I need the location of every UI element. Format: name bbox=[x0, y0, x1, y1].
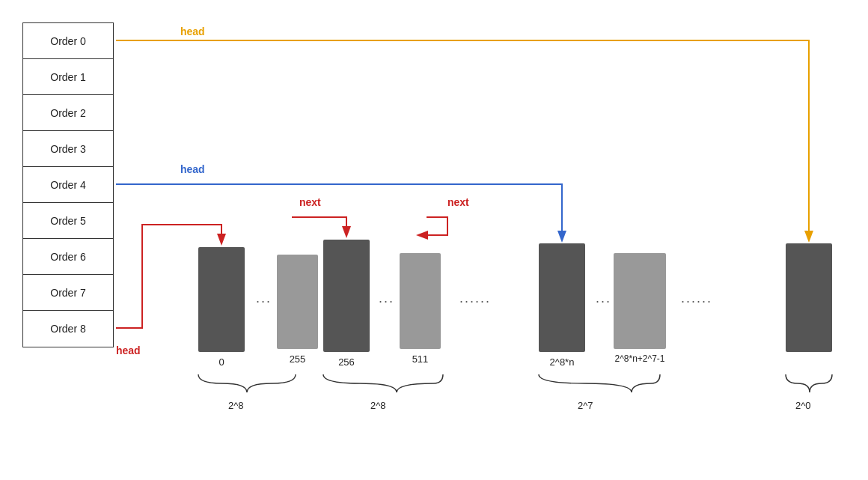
head-label-red: head bbox=[116, 344, 141, 356]
bar-label-n2: 2^8*n+2^7-1 bbox=[615, 353, 665, 364]
order-0: Order 0 bbox=[23, 23, 113, 59]
dots-3: ...... bbox=[459, 291, 491, 306]
brace-label-2: 2^8 bbox=[370, 400, 386, 411]
order-4: Order 4 bbox=[23, 167, 113, 203]
order-1: Order 1 bbox=[23, 59, 113, 95]
head-label-orange: head bbox=[180, 25, 205, 37]
bar-256 bbox=[323, 240, 370, 352]
bar-group-n2: 2^8*n+2^7-1 bbox=[614, 253, 666, 364]
bar-511 bbox=[400, 253, 441, 349]
brace-label-1: 2^8 bbox=[228, 400, 244, 411]
bar-group-n: 2^8*n bbox=[539, 243, 585, 368]
dots-4: ... bbox=[596, 291, 611, 306]
bar-group-511: 511 bbox=[400, 253, 441, 365]
bar-label-511: 511 bbox=[412, 353, 429, 365]
brace-label-3: 2^7 bbox=[578, 400, 593, 411]
bar-n bbox=[539, 243, 585, 352]
bar-group-0: 0 bbox=[198, 247, 245, 368]
bar-n2 bbox=[614, 253, 666, 349]
head-label-blue: head bbox=[180, 163, 205, 175]
next-label-2: next bbox=[447, 196, 469, 208]
order-7: Order 7 bbox=[23, 275, 113, 311]
bar-label-0: 0 bbox=[218, 356, 224, 368]
next-label-1: next bbox=[299, 196, 321, 208]
dots-2: ... bbox=[379, 291, 394, 306]
bar-label-255: 255 bbox=[290, 353, 306, 365]
bar-label-256: 256 bbox=[338, 356, 355, 368]
bar-group-256: 256 bbox=[323, 240, 370, 368]
brace-label-4: 2^0 bbox=[795, 400, 811, 411]
bar-0 bbox=[198, 247, 245, 352]
order-8: Order 8 bbox=[23, 311, 113, 347]
bar-group-last bbox=[786, 243, 832, 352]
order-3: Order 3 bbox=[23, 131, 113, 167]
order-list: Order 0 Order 1 Order 2 Order 3 Order 4 … bbox=[22, 22, 114, 347]
order-2: Order 2 bbox=[23, 95, 113, 131]
bar-last bbox=[786, 243, 832, 352]
diagram: Order 0 Order 1 Order 2 Order 3 Order 4 … bbox=[0, 0, 868, 480]
order-6: Order 6 bbox=[23, 239, 113, 275]
dots-5: ...... bbox=[681, 291, 712, 306]
dots-1: ... bbox=[256, 291, 272, 306]
order-5: Order 5 bbox=[23, 203, 113, 239]
bar-label-n: 2^8*n bbox=[550, 356, 575, 368]
bar-group-255: 255 bbox=[277, 255, 318, 365]
bar-255 bbox=[277, 255, 318, 349]
